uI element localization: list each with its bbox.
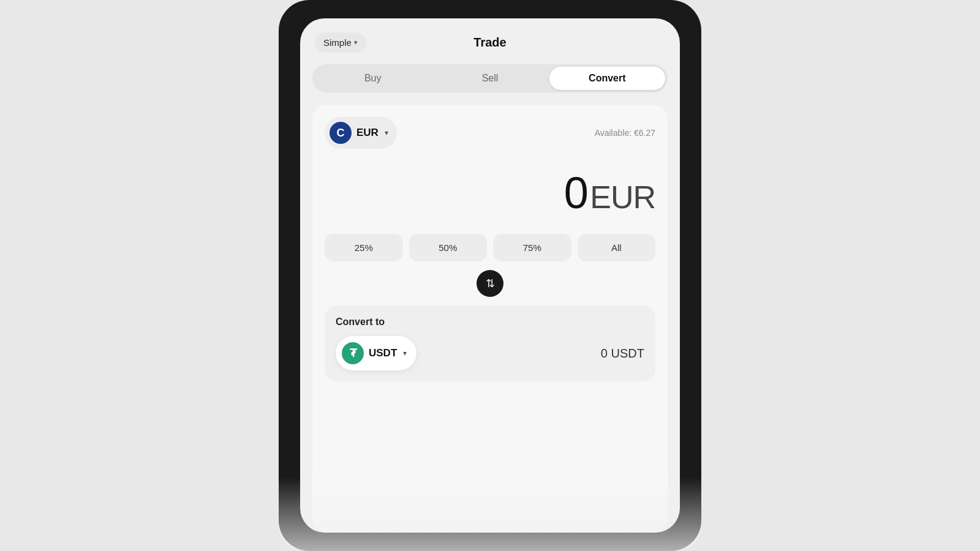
- tab-sell[interactable]: Sell: [432, 67, 548, 90]
- to-currency-code: USDT: [369, 347, 397, 359]
- simple-label: Simple: [323, 37, 352, 48]
- phone-frame: Simple ▾ Trade Buy Sell Convert C EUR ▾ …: [279, 0, 701, 551]
- to-currency-row: ₮ USDT ▾ 0 USDT: [336, 336, 644, 370]
- from-currency-chevron-icon: ▾: [385, 129, 388, 137]
- pct-75-button[interactable]: 75%: [493, 234, 571, 261]
- percentage-buttons: 25% 50% 75% All: [325, 234, 655, 261]
- to-amount-display: 0 USDT: [601, 347, 644, 361]
- tab-buy[interactable]: Buy: [315, 67, 431, 90]
- phone-screen: Simple ▾ Trade Buy Sell Convert C EUR ▾ …: [300, 18, 680, 533]
- to-section: Convert to ₮ USDT ▾ 0 USDT: [325, 305, 655, 381]
- tab-bar: Buy Sell Convert: [312, 64, 668, 92]
- to-currency-chevron-icon: ▾: [403, 349, 407, 358]
- usdt-icon: ₮: [342, 342, 364, 364]
- convert-to-label: Convert to: [336, 317, 644, 328]
- simple-mode-button[interactable]: Simple ▾: [315, 32, 366, 53]
- tab-convert[interactable]: Convert: [549, 67, 665, 90]
- pct-all-button[interactable]: All: [578, 234, 656, 261]
- from-amount-value: 0: [564, 168, 587, 217]
- available-balance: Available: €6.27: [595, 128, 655, 138]
- swap-divider: ⇅: [325, 270, 655, 297]
- from-currency-selector[interactable]: C EUR ▾: [325, 117, 397, 149]
- content-area: C EUR ▾ Available: €6.27 0 EUR 25% 50% 7…: [312, 105, 668, 533]
- eur-icon: C: [330, 122, 352, 144]
- page-title: Trade: [473, 36, 506, 50]
- to-currency-selector[interactable]: ₮ USDT ▾: [336, 336, 417, 370]
- from-amount-currency: EUR: [590, 179, 655, 215]
- from-currency-code: EUR: [356, 127, 379, 139]
- pct-25-button[interactable]: 25%: [325, 234, 403, 261]
- swap-button[interactable]: ⇅: [477, 270, 503, 297]
- from-section: C EUR ▾ Available: €6.27 0 EUR 25% 50% 7…: [325, 117, 655, 261]
- from-currency-row: C EUR ▾ Available: €6.27: [325, 117, 655, 149]
- header: Simple ▾ Trade: [300, 18, 680, 59]
- simple-chevron-icon: ▾: [354, 39, 358, 47]
- from-amount-display: 0 EUR: [325, 171, 655, 216]
- pct-50-button[interactable]: 50%: [409, 234, 488, 261]
